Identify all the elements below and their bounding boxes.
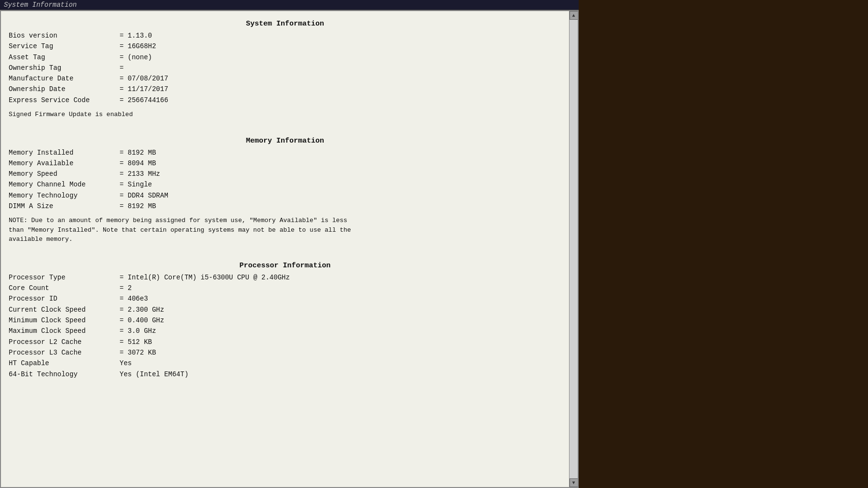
field-label: Express Service Code: [9, 95, 120, 105]
field-value: = 07/08/2017: [120, 74, 168, 83]
field-label: Current Clock Speed: [9, 305, 120, 315]
field-label: Memory Channel Mode: [9, 180, 120, 189]
field-value: Yes (Intel EM64T): [120, 369, 189, 379]
table-row: 64-Bit Technology Yes (Intel EM64T): [9, 369, 561, 379]
table-row: Core Count = 2: [9, 283, 561, 293]
field-label: Memory Technology: [9, 191, 120, 200]
field-value: = 3.0 GHz: [120, 326, 156, 336]
field-value: = 406e3: [120, 294, 148, 303]
field-label: Processor L2 Cache: [9, 337, 120, 347]
table-row: Current Clock Speed = 2.300 GHz: [9, 305, 561, 315]
processor-info-table: Processor Type = Intel(R) Core(TM) i5-63…: [9, 273, 561, 379]
field-label: HT Capable: [9, 358, 120, 368]
processor-info-title: Processor Information: [9, 262, 561, 270]
scroll-content: System Information Bios version = 1.13.0…: [1, 11, 569, 487]
field-label: DIMM A Size: [9, 201, 120, 211]
table-row: Memory Available = 8094 MB: [9, 158, 561, 168]
field-value: = 8192 MB: [120, 201, 156, 211]
field-value: = Single: [120, 180, 152, 189]
field-label: Ownership Date: [9, 84, 120, 94]
system-info-table: Bios version = 1.13.0 Service Tag = 16G6…: [9, 31, 561, 105]
table-row: Processor L3 Cache = 3072 KB: [9, 348, 561, 357]
field-label: Processor ID: [9, 294, 120, 303]
up-arrow-icon: ▲: [572, 13, 575, 18]
table-row: Memory Channel Mode = Single: [9, 180, 561, 189]
field-value: = 2133 MHz: [120, 169, 160, 179]
field-value: = 11/17/2017: [120, 84, 168, 94]
down-arrow-icon: ▼: [572, 480, 575, 486]
memory-note: NOTE: Due to an amount of memory being a…: [9, 216, 561, 244]
field-value: Yes: [120, 358, 132, 368]
field-value: = DDR4 SDRAM: [120, 191, 168, 200]
field-value: = 8192 MB: [120, 148, 156, 158]
field-label: Asset Tag: [9, 53, 120, 62]
field-label: Maximum Clock Speed: [9, 326, 120, 336]
table-row: Bios version = 1.13.0: [9, 31, 561, 40]
table-row: DIMM A Size = 8192 MB: [9, 201, 561, 211]
table-row: Memory Speed = 2133 MHz: [9, 169, 561, 179]
table-row: HT Capable Yes: [9, 358, 561, 368]
partial-header-text: System Information: [4, 1, 77, 9]
field-value: = 1.13.0: [120, 31, 152, 40]
field-label: Memory Available: [9, 158, 120, 168]
field-value: = Intel(R) Core(TM) i5-6300U CPU @ 2.40G…: [120, 273, 290, 282]
partial-header: System Information: [0, 0, 579, 10]
field-value: = 512 KB: [120, 337, 152, 347]
field-value: = 2: [120, 283, 132, 293]
field-value: = 2.300 GHz: [120, 305, 164, 315]
system-info-title: System Information: [9, 20, 561, 28]
table-row: Processor L2 Cache = 512 KB: [9, 337, 561, 347]
scrollbar-up-button[interactable]: ▲: [570, 11, 578, 20]
field-value: = 8094 MB: [120, 158, 156, 168]
field-label: Service Tag: [9, 41, 120, 51]
scrollbar-track[interactable]: [570, 20, 578, 478]
field-value: = 2566744166: [120, 95, 168, 105]
field-label: Memory Speed: [9, 169, 120, 179]
field-label: Processor L3 Cache: [9, 348, 120, 357]
field-label: Processor Type: [9, 273, 120, 282]
table-row: Asset Tag = (none): [9, 53, 561, 62]
table-row: Express Service Code = 2566744166: [9, 95, 561, 105]
firmware-note: Signed Firmware Update is enabled: [9, 110, 561, 119]
field-label: Ownership Tag: [9, 63, 120, 73]
field-label: Bios version: [9, 31, 120, 40]
field-value: = 3072 KB: [120, 348, 156, 357]
field-value: = 0.400 GHz: [120, 316, 164, 325]
field-value: = 16G68H2: [120, 41, 156, 51]
table-row: Ownership Date = 11/17/2017: [9, 84, 561, 94]
field-label: Memory Installed: [9, 148, 120, 158]
field-value: = (none): [120, 53, 152, 62]
field-label: Manufacture Date: [9, 74, 120, 83]
table-row: Memory Installed = 8192 MB: [9, 148, 561, 158]
memory-info-title: Memory Information: [9, 137, 561, 145]
field-value: =: [120, 63, 123, 73]
field-label: Core Count: [9, 283, 120, 293]
table-row: Processor Type = Intel(R) Core(TM) i5-63…: [9, 273, 561, 282]
table-row: Minimum Clock Speed = 0.400 GHz: [9, 316, 561, 325]
table-row: Processor ID = 406e3: [9, 294, 561, 303]
field-label: 64-Bit Technology: [9, 369, 120, 379]
screen-area: System Information System Information Bi…: [0, 0, 579, 488]
scrollable-panel: System Information Bios version = 1.13.0…: [0, 10, 579, 488]
table-row: Ownership Tag =: [9, 63, 561, 73]
table-row: Memory Technology = DDR4 SDRAM: [9, 191, 561, 200]
memory-info-table: Memory Installed = 8192 MB Memory Availa…: [9, 148, 561, 211]
scrollbar-down-button[interactable]: ▼: [570, 478, 578, 487]
table-row: Maximum Clock Speed = 3.0 GHz: [9, 326, 561, 336]
table-row: Manufacture Date = 07/08/2017: [9, 74, 561, 83]
field-label: Minimum Clock Speed: [9, 316, 120, 325]
scrollbar: ▲ ▼: [569, 11, 578, 487]
table-row: Service Tag = 16G68H2: [9, 41, 561, 51]
